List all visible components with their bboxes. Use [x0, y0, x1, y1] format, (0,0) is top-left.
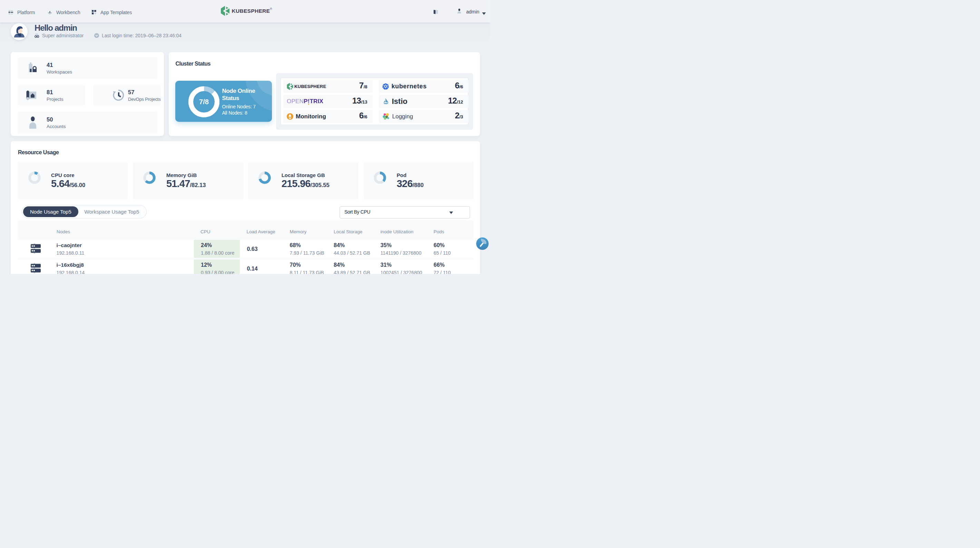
- svg-text:7/8: 7/8: [199, 98, 209, 105]
